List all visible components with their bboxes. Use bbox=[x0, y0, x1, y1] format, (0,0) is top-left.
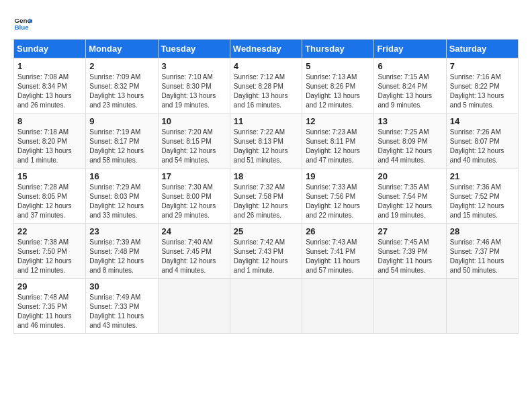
logo-icon: General Blue bbox=[13, 13, 32, 32]
day-number: 18 bbox=[234, 171, 298, 181]
day-info: Sunrise: 7:19 AM Sunset: 8:17 PM Dayligh… bbox=[89, 128, 154, 165]
day-info: Sunrise: 7:30 AM Sunset: 8:00 PM Dayligh… bbox=[162, 183, 226, 220]
calendar-cell: 3Sunrise: 7:10 AM Sunset: 8:30 PM Daylig… bbox=[158, 58, 230, 113]
day-number: 14 bbox=[450, 116, 515, 126]
calendar-cell: 13Sunrise: 7:25 AM Sunset: 8:09 PM Dayli… bbox=[374, 113, 446, 169]
day-info: Sunrise: 7:48 AM Sunset: 7:35 PM Dayligh… bbox=[17, 293, 82, 330]
day-info: Sunrise: 7:22 AM Sunset: 8:13 PM Dayligh… bbox=[234, 128, 298, 165]
day-info: Sunrise: 7:13 AM Sunset: 8:26 PM Dayligh… bbox=[306, 73, 370, 110]
day-info: Sunrise: 7:36 AM Sunset: 7:52 PM Dayligh… bbox=[450, 183, 515, 220]
day-header-friday: Friday bbox=[374, 40, 446, 58]
day-number: 10 bbox=[162, 116, 226, 126]
day-info: Sunrise: 7:39 AM Sunset: 7:48 PM Dayligh… bbox=[89, 238, 154, 275]
day-number: 7 bbox=[450, 61, 515, 71]
calendar-cell: 5Sunrise: 7:13 AM Sunset: 8:26 PM Daylig… bbox=[302, 58, 374, 113]
svg-text:Blue: Blue bbox=[14, 24, 29, 31]
day-number: 19 bbox=[306, 171, 370, 181]
calendar-week-5: 29Sunrise: 7:48 AM Sunset: 7:35 PM Dayli… bbox=[14, 279, 519, 334]
day-number: 13 bbox=[378, 116, 442, 126]
calendar-cell: 24Sunrise: 7:40 AM Sunset: 7:45 PM Dayli… bbox=[158, 224, 230, 279]
calendar-cell: 10Sunrise: 7:20 AM Sunset: 8:15 PM Dayli… bbox=[158, 113, 230, 169]
day-number: 25 bbox=[234, 226, 298, 236]
day-header-sunday: Sunday bbox=[14, 40, 86, 58]
calendar-cell: 12Sunrise: 7:23 AM Sunset: 8:11 PM Dayli… bbox=[302, 113, 374, 169]
day-number: 22 bbox=[17, 226, 82, 236]
calendar-cell: 6Sunrise: 7:15 AM Sunset: 8:24 PM Daylig… bbox=[374, 58, 446, 113]
calendar-cell: 18Sunrise: 7:32 AM Sunset: 7:58 PM Dayli… bbox=[230, 169, 302, 224]
calendar-cell: 19Sunrise: 7:33 AM Sunset: 7:56 PM Dayli… bbox=[302, 169, 374, 224]
day-info: Sunrise: 7:23 AM Sunset: 8:11 PM Dayligh… bbox=[306, 128, 370, 165]
calendar-cell: 26Sunrise: 7:43 AM Sunset: 7:41 PM Dayli… bbox=[302, 224, 374, 279]
day-info: Sunrise: 7:16 AM Sunset: 8:22 PM Dayligh… bbox=[450, 73, 515, 110]
day-number: 26 bbox=[306, 226, 370, 236]
day-info: Sunrise: 7:10 AM Sunset: 8:30 PM Dayligh… bbox=[162, 73, 226, 110]
day-number: 2 bbox=[89, 61, 154, 71]
calendar-week-4: 22Sunrise: 7:38 AM Sunset: 7:50 PM Dayli… bbox=[14, 224, 519, 279]
day-info: Sunrise: 7:46 AM Sunset: 7:37 PM Dayligh… bbox=[450, 238, 515, 275]
day-info: Sunrise: 7:18 AM Sunset: 8:20 PM Dayligh… bbox=[17, 128, 82, 165]
day-info: Sunrise: 7:26 AM Sunset: 8:07 PM Dayligh… bbox=[450, 128, 515, 165]
page-header: General Blue bbox=[13, 13, 519, 32]
day-header-tuesday: Tuesday bbox=[158, 40, 230, 58]
calendar-cell bbox=[302, 279, 374, 334]
day-info: Sunrise: 7:08 AM Sunset: 8:34 PM Dayligh… bbox=[17, 73, 82, 110]
calendar-cell: 27Sunrise: 7:45 AM Sunset: 7:39 PM Dayli… bbox=[374, 224, 446, 279]
calendar-cell: 11Sunrise: 7:22 AM Sunset: 8:13 PM Dayli… bbox=[230, 113, 302, 169]
day-info: Sunrise: 7:33 AM Sunset: 7:56 PM Dayligh… bbox=[306, 183, 370, 220]
calendar-table: SundayMondayTuesdayWednesdayThursdayFrid… bbox=[13, 39, 519, 334]
day-info: Sunrise: 7:32 AM Sunset: 7:58 PM Dayligh… bbox=[234, 183, 298, 220]
day-number: 9 bbox=[89, 116, 154, 126]
day-info: Sunrise: 7:25 AM Sunset: 8:09 PM Dayligh… bbox=[378, 128, 442, 165]
calendar-cell: 23Sunrise: 7:39 AM Sunset: 7:48 PM Dayli… bbox=[86, 224, 158, 279]
day-number: 29 bbox=[17, 281, 82, 291]
day-header-thursday: Thursday bbox=[302, 40, 374, 58]
day-info: Sunrise: 7:20 AM Sunset: 8:15 PM Dayligh… bbox=[162, 128, 226, 165]
day-number: 21 bbox=[450, 171, 515, 181]
day-number: 3 bbox=[162, 61, 226, 71]
calendar-cell: 4Sunrise: 7:12 AM Sunset: 8:28 PM Daylig… bbox=[230, 58, 302, 113]
day-number: 8 bbox=[17, 116, 82, 126]
day-info: Sunrise: 7:42 AM Sunset: 7:43 PM Dayligh… bbox=[234, 238, 298, 275]
calendar-cell: 14Sunrise: 7:26 AM Sunset: 8:07 PM Dayli… bbox=[446, 113, 518, 169]
day-number: 27 bbox=[378, 226, 442, 236]
day-number: 6 bbox=[378, 61, 442, 71]
day-info: Sunrise: 7:09 AM Sunset: 8:32 PM Dayligh… bbox=[89, 73, 154, 110]
calendar-cell bbox=[446, 279, 518, 334]
day-info: Sunrise: 7:43 AM Sunset: 7:41 PM Dayligh… bbox=[306, 238, 370, 275]
day-number: 4 bbox=[234, 61, 298, 71]
day-info: Sunrise: 7:15 AM Sunset: 8:24 PM Dayligh… bbox=[378, 73, 442, 110]
calendar-cell: 7Sunrise: 7:16 AM Sunset: 8:22 PM Daylig… bbox=[446, 58, 518, 113]
calendar-week-1: 1Sunrise: 7:08 AM Sunset: 8:34 PM Daylig… bbox=[14, 58, 519, 113]
calendar-cell bbox=[374, 279, 446, 334]
calendar-cell: 2Sunrise: 7:09 AM Sunset: 8:32 PM Daylig… bbox=[86, 58, 158, 113]
calendar-cell: 16Sunrise: 7:29 AM Sunset: 8:03 PM Dayli… bbox=[86, 169, 158, 224]
calendar-cell: 17Sunrise: 7:30 AM Sunset: 8:00 PM Dayli… bbox=[158, 169, 230, 224]
days-header-row: SundayMondayTuesdayWednesdayThursdayFrid… bbox=[14, 40, 519, 58]
day-number: 23 bbox=[89, 226, 154, 236]
day-info: Sunrise: 7:29 AM Sunset: 8:03 PM Dayligh… bbox=[89, 183, 154, 220]
day-number: 11 bbox=[234, 116, 298, 126]
day-info: Sunrise: 7:38 AM Sunset: 7:50 PM Dayligh… bbox=[17, 238, 82, 275]
calendar-cell: 20Sunrise: 7:35 AM Sunset: 7:54 PM Dayli… bbox=[374, 169, 446, 224]
calendar-cell bbox=[230, 279, 302, 334]
day-number: 5 bbox=[306, 61, 370, 71]
calendar-cell: 25Sunrise: 7:42 AM Sunset: 7:43 PM Dayli… bbox=[230, 224, 302, 279]
calendar-cell: 1Sunrise: 7:08 AM Sunset: 8:34 PM Daylig… bbox=[14, 58, 86, 113]
calendar-cell: 29Sunrise: 7:48 AM Sunset: 7:35 PM Dayli… bbox=[14, 279, 86, 334]
day-info: Sunrise: 7:49 AM Sunset: 7:33 PM Dayligh… bbox=[89, 293, 154, 330]
day-number: 30 bbox=[89, 281, 154, 291]
day-info: Sunrise: 7:40 AM Sunset: 7:45 PM Dayligh… bbox=[162, 238, 226, 275]
calendar-cell bbox=[158, 279, 230, 334]
day-number: 1 bbox=[17, 61, 82, 71]
day-header-monday: Monday bbox=[86, 40, 158, 58]
day-number: 24 bbox=[162, 226, 226, 236]
calendar-week-2: 8Sunrise: 7:18 AM Sunset: 8:20 PM Daylig… bbox=[14, 113, 519, 169]
day-number: 28 bbox=[450, 226, 515, 236]
day-number: 12 bbox=[306, 116, 370, 126]
calendar-week-3: 15Sunrise: 7:28 AM Sunset: 8:05 PM Dayli… bbox=[14, 169, 519, 224]
logo: General Blue bbox=[13, 13, 32, 32]
day-info: Sunrise: 7:12 AM Sunset: 8:28 PM Dayligh… bbox=[234, 73, 298, 110]
calendar-cell: 30Sunrise: 7:49 AM Sunset: 7:33 PM Dayli… bbox=[86, 279, 158, 334]
day-header-saturday: Saturday bbox=[446, 40, 518, 58]
calendar-cell: 28Sunrise: 7:46 AM Sunset: 7:37 PM Dayli… bbox=[446, 224, 518, 279]
